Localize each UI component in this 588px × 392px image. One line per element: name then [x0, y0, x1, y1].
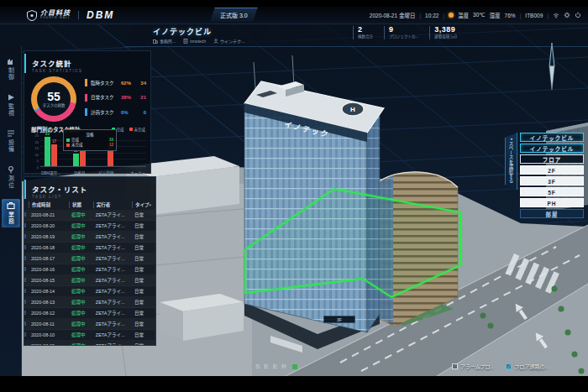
dept-legend-item: 未完成	[129, 127, 146, 132]
task-total-label: タスクの総数	[43, 104, 66, 108]
building-header: イノテックビル 事務所... innotech	[124, 24, 588, 47]
column-created[interactable]: 作成時刻	[29, 201, 69, 208]
brand-company-sub: FOURTH WALL	[40, 17, 71, 20]
stat-area: 3,389 建築面積 (㎡)	[429, 26, 457, 39]
bar: 10	[73, 154, 79, 166]
device-id: ITB009	[525, 13, 543, 18]
task-rows: 2020-08-21 処理中 ZETAアライ... 日常 2020-08-20 …	[24, 210, 155, 346]
space-button[interactable]: 2F	[520, 165, 584, 175]
positioning-icon	[7, 165, 15, 174]
nav-item-tasks[interactable]: 業務	[2, 199, 20, 227]
task-row[interactable]: 2020-08-21 処理中 ZETAアライ... 日常	[24, 210, 155, 221]
brand-divider	[78, 11, 79, 19]
nav-item-monitor[interactable]: 監視	[2, 91, 20, 119]
nav-item-control[interactable]: 制御	[2, 55, 20, 83]
temp-label: 温度	[458, 11, 469, 19]
space-selector-tab[interactable]: ◂ スペースを選択する	[505, 133, 517, 190]
version-badge: 正式版 3.0	[210, 8, 258, 22]
humidity-value: 76%	[505, 13, 516, 18]
weather-sun-icon	[449, 13, 454, 18]
column-type[interactable]: タイプ▾	[132, 201, 151, 208]
wifi-icon[interactable]	[553, 12, 559, 18]
top-bar: 介目科技 FOURTH WALL DBM 正式版 3.0 2020-08-21 …	[0, 7, 588, 24]
humidity-label: 湿度	[490, 11, 501, 19]
space-button[interactable]: 3F	[520, 176, 584, 186]
stat-projects: 9 プロジェクトの...	[384, 26, 418, 39]
space-button[interactable]: PH	[520, 198, 584, 207]
bar-category-label: オーナー	[130, 170, 145, 175]
task-row[interactable]: 2020-08-19 処理中 ZETAアライ... 日常	[24, 232, 155, 243]
column-executor[interactable]: 実行者	[93, 201, 132, 208]
task-stats-subtitle: TASK STATISTICS	[32, 69, 144, 73]
display-toggle[interactable]: ✓ フロア通路の...	[506, 363, 549, 370]
task-row[interactable]: 2020-08-18 処理中 ZETAアライ... 日常	[24, 243, 155, 253]
status-date: 2020-08-21 金曜日	[370, 11, 416, 19]
power-icon[interactable]	[575, 12, 581, 18]
compass-needle-icon	[545, 42, 559, 91]
legend-swatch	[85, 79, 87, 86]
building-tag-office: 事務所...	[153, 38, 176, 44]
task-donut: 55 タスクの総数	[31, 76, 76, 122]
task-type-row: 日常タスク 38% 21	[85, 94, 146, 102]
bar-category-label: ビル管理...	[98, 170, 117, 175]
checkbox-icon[interactable]: ✓	[452, 363, 458, 369]
floor-tag[interactable]: 3F	[323, 316, 355, 323]
space-button[interactable]: 5F	[520, 187, 584, 196]
bar: 17	[51, 144, 57, 166]
building-tag-company: innotech	[183, 38, 206, 44]
legend-swatch	[85, 108, 87, 116]
nav-item-equipment[interactable]: 設備	[2, 127, 20, 155]
shield-logo-icon	[27, 10, 37, 21]
nav-item-positioning[interactable]: 測位	[2, 163, 20, 191]
space-button[interactable]: イノテックビル	[520, 133, 584, 142]
column-status[interactable]: 状態	[69, 201, 93, 208]
building-stats: 2 棟数合計 9 プロジェクトの... 3,389 建築面積 (㎡)	[353, 26, 457, 39]
building-tags: 事務所... innotech ウインテク...	[153, 38, 244, 44]
watermark: SEER	[255, 363, 297, 370]
task-row[interactable]: 2020-08-20 処理中 ZETAアライ... 日常	[24, 221, 155, 232]
space-button[interactable]: フロア	[520, 154, 584, 164]
task-list-panel: タスク・リスト TASK LIST 作成時刻 状態 実行者 タイプ▾ 2020-…	[24, 176, 156, 346]
task-row[interactable]: 2020-08-09 処理中 ZETAアライ... 日常	[24, 341, 155, 346]
sort-arrow-icon[interactable]: ▾	[149, 202, 151, 207]
task-row[interactable]: 2020-08-16 処理中 ZETAアライ... 日常	[24, 264, 155, 275]
display-toggles: ✓ アラームプロ... ✓ フロア通路の...	[452, 363, 549, 370]
display-toggle[interactable]: ✓ アラームプロ...	[452, 363, 494, 370]
bar: 12	[80, 151, 86, 166]
task-row[interactable]: 2020-08-17 処理中 ZETAアライ... 日常	[24, 253, 155, 264]
control-icon	[7, 57, 15, 65]
task-row[interactable]: 2020-08-12 処理中 ZETAアライ... 日常	[24, 308, 155, 319]
space-button[interactable]: 部屋	[520, 209, 584, 218]
task-type-row: 臨時タスク 62% 34	[85, 79, 146, 86]
space-button[interactable]: イノテックビル	[520, 144, 584, 153]
task-row[interactable]: 2020-08-11 処理中 ZETAアライ... 日常	[24, 319, 155, 330]
task-stats-title: タスク統計	[32, 58, 144, 68]
task-list-subtitle: TASK LIST	[32, 195, 150, 199]
task-row[interactable]: 2020-08-13 処理中 ZETAアライ... 日常	[24, 297, 155, 308]
owner-icon	[213, 39, 218, 44]
dept-chart-tooltip: 設備 完成 10 未完成 12	[63, 129, 117, 151]
task-type-row: 計画タスク 0% 0	[85, 108, 146, 116]
stat-buildings: 2 棟数合計	[353, 26, 373, 39]
space-selector: ◂ スペースを選択する イノテックビルイノテックビルフロア2F3F5FPH部屋	[505, 133, 584, 218]
checkbox-icon[interactable]: ✓	[506, 363, 512, 369]
bar-group: 2317	[45, 134, 57, 166]
tooltip-row: 未完成 12	[66, 143, 113, 148]
compass[interactable]	[545, 42, 559, 94]
bar: 23	[45, 137, 50, 166]
space-buttons: イノテックビルイノテックビルフロア2F3F5FPH部屋	[520, 133, 584, 218]
status-bar: 2020-08-21 金曜日 | 10:22 | 温度 30℃ 湿度 76% |…	[370, 11, 581, 19]
equipment-icon	[7, 129, 15, 138]
app-window: H イノテック 介目科技 FOURTH WALL DBM 正式版 3.0	[0, 7, 588, 376]
building-tag-owner: ウインテク...	[213, 38, 244, 44]
task-type-legend: 臨時タスク 62% 34 日常タスク 38% 21 計画タスク 0% 0	[85, 79, 146, 123]
task-row[interactable]: 2020-08-10 処理中 ZETAアライ... 日常	[24, 330, 155, 341]
dept-bar-chart: 2520151050 2317101217 DBM運営...設備部ビル管理...…	[31, 134, 146, 173]
temp-value: 30℃	[473, 12, 486, 18]
brand-product: DBM	[87, 9, 114, 21]
left-nav: 制御 監視 設備 測位 業務	[0, 46, 22, 376]
gear-icon[interactable]	[564, 12, 570, 18]
brand-logo: 介目科技 FOURTH WALL DBM	[27, 9, 114, 21]
task-row[interactable]: 2020-08-15 処理中 ZETAアライ... 日常	[24, 275, 155, 286]
task-row[interactable]: 2020-08-14 処理中 ZETAアライ... 日常	[24, 286, 155, 297]
